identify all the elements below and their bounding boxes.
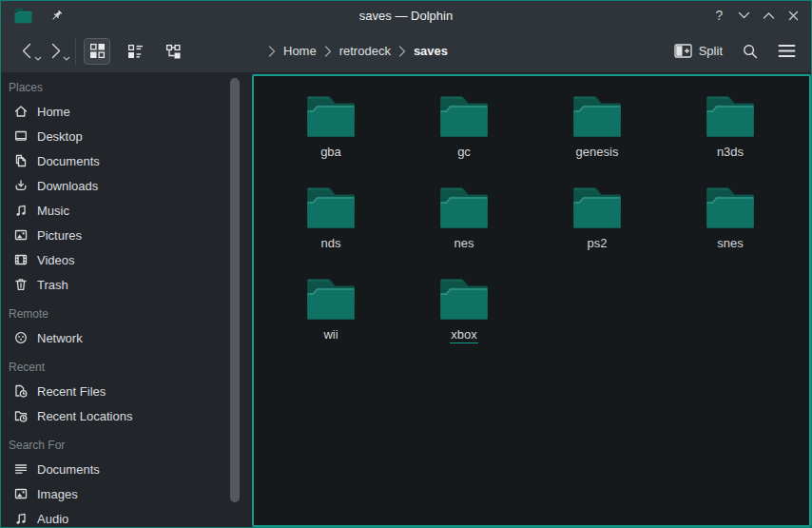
folder-icon (303, 181, 358, 232)
sidebar-section-recent: Recent (1, 355, 229, 379)
sidebar-item-music[interactable]: Music (1, 198, 229, 223)
folder-icon (436, 181, 492, 232)
folder-item-wii[interactable]: wii (264, 272, 397, 363)
desktop-icon (12, 128, 29, 145)
folder-item-nes[interactable]: nes (397, 181, 531, 272)
breadcrumb-chevron-icon (324, 46, 332, 57)
sidebar-item-label: Desktop (37, 129, 83, 144)
lines-icon (12, 461, 29, 478)
sidebar-item-label: Audio (37, 512, 68, 526)
toolbar: Homeretrodecksaves Split (1, 29, 811, 72)
folder-item-xbox[interactable]: xbox (397, 272, 531, 363)
icons-view-button[interactable] (84, 38, 110, 65)
window-controls: ? (711, 8, 802, 24)
music-icon (12, 203, 29, 219)
folder-item-gc[interactable]: gc (397, 89, 531, 181)
folder-grid: gba gc genesis n3ds nds nes ps2 (254, 76, 809, 363)
sidebar-item-videos[interactable]: Videos (1, 247, 229, 272)
folder-icon (570, 89, 625, 141)
trash-icon (12, 277, 29, 293)
folder-item-genesis[interactable]: genesis (531, 89, 664, 181)
dolphin-window: saves — Dolphin ? Homeretrodecksaves Spl… (0, 0, 812, 528)
video-icon (12, 252, 29, 268)
folder-item-gba[interactable]: gba (264, 89, 397, 181)
document-icon (12, 153, 29, 169)
folder-label: genesis (575, 145, 620, 160)
folder-item-ps2[interactable]: ps2 (531, 181, 664, 272)
sidebar-item-label: Recent Files (37, 384, 106, 399)
sidebar-item-label: Network (37, 331, 83, 345)
folder-icon (570, 181, 625, 232)
image-icon (12, 227, 29, 244)
hamburger-menu-button[interactable] (773, 38, 800, 65)
download-icon (12, 178, 29, 194)
sidebar-scrollbar[interactable] (230, 78, 240, 502)
forward-history-caret-icon[interactable] (63, 48, 70, 65)
folder-icon (436, 89, 492, 141)
sidebar-item-label: Images (37, 487, 78, 501)
folder-item-snes[interactable]: snes (664, 181, 797, 272)
sidebar-item-documents[interactable]: Documents (1, 457, 229, 481)
folder-icon (703, 181, 758, 232)
folder-icon (703, 89, 758, 141)
sidebar-item-pictures[interactable]: Pictures (1, 223, 229, 247)
folder-label: nds (320, 236, 342, 251)
scrollbar-thumb[interactable] (230, 78, 240, 502)
sidebar-item-home[interactable]: Home (1, 99, 229, 124)
breadcrumb-chevron-icon (268, 46, 276, 57)
sidebar-item-recent-files[interactable]: Recent Files (1, 379, 229, 403)
sidebar-item-label: Downloads (37, 179, 98, 193)
sidebar-item-trash[interactable]: Trash (1, 272, 229, 297)
breadcrumb-segment-home[interactable]: Home (280, 42, 319, 60)
music-icon (12, 511, 29, 527)
home-icon (12, 104, 29, 120)
help-button[interactable]: ? (711, 8, 727, 24)
folder-label: wii (322, 327, 338, 342)
sidebar-item-documents[interactable]: Documents (1, 148, 229, 173)
folder-label: gba (319, 145, 342, 160)
folder-item-nds[interactable]: nds (264, 181, 397, 272)
folder-icon (436, 272, 492, 323)
folder-label: nes (454, 236, 475, 251)
close-button[interactable] (785, 8, 802, 24)
breadcrumb: Homeretrodecksaves (268, 42, 451, 60)
recent-files-icon (12, 383, 29, 400)
breadcrumb-segment-retrodeck[interactable]: retrodeck (337, 42, 394, 60)
maximize-button[interactable] (761, 8, 777, 24)
search-button[interactable] (737, 38, 764, 65)
sidebar-item-audio[interactable]: Audio (1, 506, 229, 527)
minimize-button[interactable] (736, 8, 752, 24)
folder-item-n3ds[interactable]: n3ds (664, 89, 797, 181)
sidebar-item-network[interactable]: Network (1, 325, 229, 350)
sidebar-section-places: Places (1, 75, 229, 99)
image-icon (12, 486, 29, 502)
tree-view-button[interactable] (160, 38, 186, 65)
folder-label: xbox (450, 327, 477, 343)
sidebar-item-label: Music (37, 204, 69, 218)
network-icon (12, 330, 29, 346)
details-view-button[interactable] (122, 38, 148, 65)
sidebar-item-recent-locations[interactable]: Recent Locations (1, 403, 229, 428)
sidebar-item-label: Home (37, 105, 70, 119)
back-button[interactable] (12, 37, 41, 66)
sidebar-item-label: Documents (37, 154, 100, 168)
titlebar: saves — Dolphin ? (1, 1, 811, 29)
window-title: saves — Dolphin (1, 9, 811, 23)
sidebar-item-label: Pictures (37, 228, 82, 243)
sidebar-item-label: Trash (37, 278, 68, 292)
pin-icon[interactable] (49, 9, 64, 23)
sidebar-item-label: Videos (37, 253, 75, 267)
folder-icon (303, 89, 358, 141)
folder-view[interactable]: gba gc genesis n3ds nds nes ps2 (252, 74, 811, 527)
sidebar-item-label: Recent Locations (37, 409, 132, 423)
sidebar-item-downloads[interactable]: Downloads (1, 173, 229, 198)
sidebar-item-images[interactable]: Images (1, 481, 229, 506)
split-button[interactable]: Split (669, 40, 727, 62)
split-button-label: Split (699, 44, 723, 58)
recent-locations-icon (12, 408, 29, 424)
breadcrumb-segment-saves[interactable]: saves (411, 42, 451, 60)
folder-icon (303, 272, 358, 323)
folder-label: ps2 (587, 236, 609, 251)
forward-button[interactable] (41, 37, 69, 66)
sidebar-item-desktop[interactable]: Desktop (1, 124, 229, 148)
